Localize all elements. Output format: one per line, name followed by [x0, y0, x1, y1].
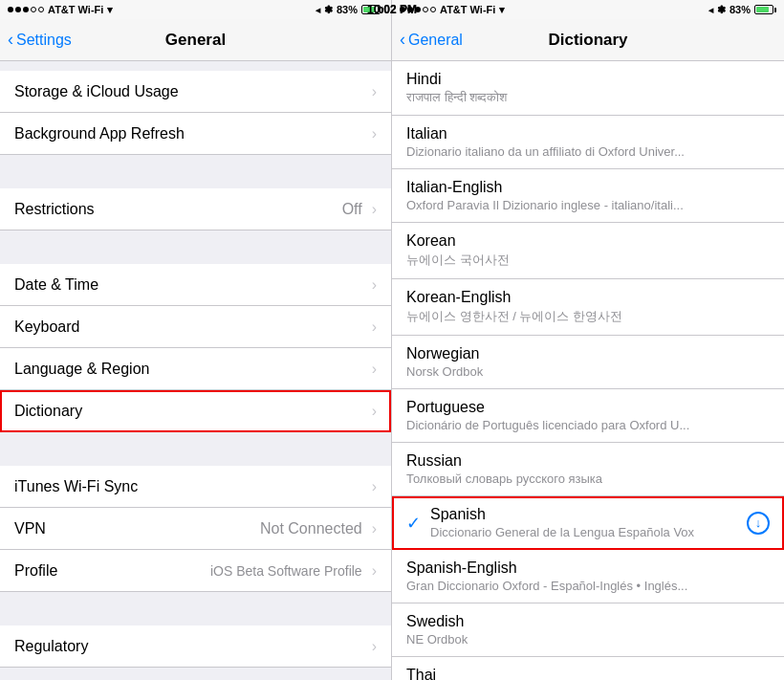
dict-norwegian-name: Norwegian	[406, 345, 770, 362]
keyboard-chevron: ›	[372, 318, 377, 336]
itunes-chevron: ›	[372, 478, 377, 495]
regulatory-label: Regulatory	[14, 638, 368, 655]
left-status-left: AT&T Wi-Fi ▾	[8, 4, 113, 16]
spacer-2	[0, 230, 391, 264]
dict-korean-english-desc: 뉴에이스 영한사전 / 뉴에이스 한영사전	[406, 308, 712, 325]
settings-item-background[interactable]: Background App Refresh ›	[0, 113, 391, 155]
settings-item-restrictions[interactable]: Restrictions Off ›	[0, 188, 391, 230]
settings-item-language[interactable]: Language & Region ›	[0, 348, 391, 390]
restrictions-value: Off	[342, 201, 362, 218]
dict-spanish-english-name: Spanish-English	[406, 559, 770, 577]
dict-item-spanish-english-text: Spanish-English Gran Diccionario Oxford …	[406, 559, 770, 593]
right-time: 10:02 PM	[367, 3, 417, 16]
dict-item-swedish[interactable]: Swedish NE Ordbok	[392, 603, 784, 657]
signal-icon	[8, 7, 44, 12]
dict-item-hindi-text: Hindi राजपाल हिन्दी शब्दकोश	[406, 71, 770, 105]
dict-item-spanish-english[interactable]: Spanish-English Gran Diccionario Oxford …	[392, 550, 784, 603]
dict-korean-name: Korean	[406, 232, 770, 250]
right-location-icon: ◂	[708, 5, 713, 15]
dict-item-portuguese[interactable]: Portuguese Dicionário de Português licen…	[392, 389, 784, 443]
right-battery-icon	[754, 5, 776, 14]
dict-item-spanish[interactable]: ✓ Spanish Diccionario General de la Leng…	[392, 496, 784, 550]
right-battery-pct: 83%	[730, 4, 751, 15]
dict-item-thai-text: Thai พจนานุกรมไทย ฉบับทันสมัยและสมบูรณ์	[406, 667, 770, 680]
dictionary-chevron: ›	[372, 403, 377, 420]
dict-item-norwegian-text: Norwegian Norsk Ordbok	[406, 345, 770, 379]
vpn-chevron: ›	[372, 520, 377, 537]
dict-item-norwegian[interactable]: Norwegian Norsk Ordbok	[392, 336, 784, 389]
right-back-chevron: ‹	[400, 30, 405, 50]
right-wifi-icon: ▾	[499, 4, 505, 16]
dict-korean-english-name: Korean-English	[406, 289, 770, 306]
keyboard-label: Keyboard	[14, 318, 368, 336]
spacer-top	[0, 61, 391, 71]
restrictions-label: Restrictions	[14, 201, 342, 218]
right-carrier: AT&T Wi-Fi	[440, 4, 495, 15]
language-chevron: ›	[372, 361, 377, 378]
dict-italian-desc: Dizionario italiano da un affiliato di O…	[406, 144, 712, 159]
dict-item-russian-text: Russian Толковый словарь русского языка	[406, 452, 770, 486]
bluetooth-icon: ✽	[324, 4, 333, 16]
spacer-4	[0, 592, 391, 625]
settings-item-dictionary[interactable]: Dictionary ›	[0, 390, 391, 432]
right-back-label: General	[408, 32, 463, 49]
left-carrier: AT&T Wi-Fi	[48, 4, 103, 15]
storage-chevron: ›	[372, 83, 377, 100]
dict-thai-name: Thai	[406, 667, 770, 680]
settings-item-keyboard[interactable]: Keyboard ›	[0, 306, 391, 348]
regulatory-chevron: ›	[372, 638, 377, 655]
settings-item-regulatory[interactable]: Regulatory ›	[0, 625, 391, 668]
settings-item-vpn[interactable]: VPN Not Connected ›	[0, 508, 391, 550]
settings-item-profile[interactable]: Profile iOS Beta Software Profile ›	[0, 550, 391, 592]
settings-item-storage[interactable]: Storage & iCloud Usage ›	[0, 71, 391, 113]
dict-item-thai[interactable]: Thai พจนานุกรมไทย ฉบับทันสมัยและสมบูรณ์	[392, 657, 784, 680]
dict-swedish-desc: NE Ordbok	[406, 632, 712, 647]
left-nav-bar: ‹ Settings General	[0, 19, 391, 61]
dict-item-russian[interactable]: Russian Толковый словарь русского языка	[392, 443, 784, 496]
background-label: Background App Refresh	[14, 125, 368, 143]
right-status-right: ◂ ✽ 83%	[708, 4, 776, 16]
dict-item-swedish-text: Swedish NE Ordbok	[406, 613, 770, 647]
wifi-icon: ▾	[107, 4, 113, 16]
location-icon: ◂	[316, 5, 320, 15]
datetime-chevron: ›	[372, 276, 377, 294]
settings-item-itunes[interactable]: iTunes Wi-Fi Sync ›	[0, 466, 391, 508]
dict-swedish-name: Swedish	[406, 613, 770, 630]
dict-portuguese-desc: Dicionário de Português licenciado para …	[406, 418, 712, 432]
dict-item-hindi[interactable]: Hindi राजपाल हिन्दी शब्दकोश	[392, 61, 784, 116]
right-nav-bar: ‹ General Dictionary	[392, 19, 784, 61]
left-battery-pct: 83%	[337, 4, 358, 15]
right-bluetooth-icon: ✽	[717, 4, 726, 16]
dict-russian-name: Russian	[406, 452, 770, 470]
dict-spanish-english-desc: Gran Diccionario Oxford - Español-Inglés…	[406, 579, 712, 593]
dict-item-korean[interactable]: Korean 뉴에이스 국어사전	[392, 223, 784, 279]
profile-value: iOS Beta Software Profile	[210, 563, 362, 579]
background-chevron: ›	[372, 125, 377, 143]
dict-item-italian-english-text: Italian-English Oxford Paravia Il Dizion…	[406, 179, 770, 212]
right-back-button[interactable]: ‹ General	[400, 31, 463, 50]
dict-portuguese-name: Portuguese	[406, 399, 770, 416]
left-back-label: Settings	[16, 32, 72, 49]
spacer-3	[0, 432, 391, 466]
left-back-chevron: ‹	[8, 30, 13, 50]
checkmark-icon: ✓	[406, 513, 421, 534]
right-status-bar: AT&T Wi-Fi ▾ 10:02 PM ◂ ✽ 83%	[392, 0, 784, 19]
dict-item-italian-english[interactable]: Italian-English Oxford Paravia Il Dizion…	[392, 169, 784, 223]
dict-russian-desc: Толковый словарь русского языка	[406, 472, 712, 486]
left-panel: AT&T Wi-Fi ▾ 10:02 PM ◂ ✽ 83% ‹ Settings…	[0, 0, 392, 680]
dict-italian-english-name: Italian-English	[406, 179, 770, 196]
vpn-label: VPN	[14, 520, 260, 537]
dict-item-italian[interactable]: Italian Dizionario italiano da un affili…	[392, 116, 784, 169]
dict-italian-name: Italian	[406, 125, 770, 143]
profile-label: Profile	[14, 562, 210, 580]
right-nav-title: Dictionary	[548, 31, 627, 50]
dict-spanish-desc: Diccionario General de la Lengua Español…	[430, 525, 736, 539]
settings-item-datetime[interactable]: Date & Time ›	[0, 264, 391, 306]
right-panel: AT&T Wi-Fi ▾ 10:02 PM ◂ ✽ 83% ‹ General …	[392, 0, 784, 680]
dict-spanish-name: Spanish	[430, 506, 739, 523]
dict-item-korean-english-text: Korean-English 뉴에이스 영한사전 / 뉴에이스 한영사전	[406, 289, 770, 325]
dict-item-korean-english[interactable]: Korean-English 뉴에이스 영한사전 / 뉴에이스 한영사전	[392, 279, 784, 336]
dict-italian-english-desc: Oxford Paravia Il Dizionario inglese - i…	[406, 198, 712, 212]
language-label: Language & Region	[14, 361, 368, 378]
left-back-button[interactable]: ‹ Settings	[8, 31, 72, 50]
